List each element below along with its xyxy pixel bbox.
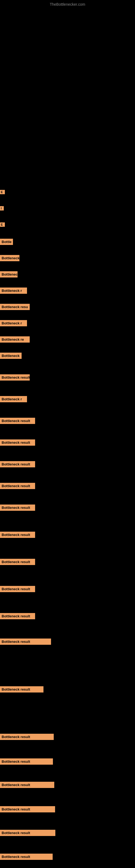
label-bottleneck-r2: Bottleneck resu xyxy=(0,304,30,310)
label-bottleneck-r5: Bottleneck result xyxy=(0,374,30,380)
label-bottleneck-r1: Bottleneck r xyxy=(0,287,27,294)
label-bottle-short: Bottle xyxy=(0,239,13,245)
label-bottleneck-full2: Bottleneck result xyxy=(0,439,35,446)
label-bottleneck-full5: Bottleneck result xyxy=(0,504,35,511)
label-bottleneck: Bottleneck xyxy=(0,255,19,261)
list-item: Bottleneck result xyxy=(0,686,43,692)
list-item: Bottleneck result xyxy=(0,758,53,765)
main-content: TheBottlenecker.com E I E Bottle Bottlen… xyxy=(0,0,135,868)
label-bottleneck-full3: Bottleneck result xyxy=(0,461,35,467)
list-item: Bottleneck result xyxy=(0,639,51,645)
label-bottleneck-full7: Bottleneck result xyxy=(0,559,35,565)
list-item: Bottleneck result xyxy=(0,734,54,740)
label-bottleneck-full1: Bottleneck result xyxy=(0,418,35,424)
label-bottleneck-r3: Bottleneck r xyxy=(0,320,27,326)
label-e2: I xyxy=(0,206,4,211)
label-bottleneck-med3: Bottleneck xyxy=(0,352,21,359)
label-bottleneck-full6: Bottleneck result xyxy=(0,532,35,538)
label-bottleneck-r4: Bottleneck re xyxy=(0,336,30,343)
label-bottleneck-full4: Bottleneck result xyxy=(0,483,35,489)
list-item: Bottleneck result xyxy=(0,830,55,836)
site-title: TheBottlenecker.com xyxy=(0,0,135,9)
label-bottleneck-r6: Bottleneck r xyxy=(0,396,27,402)
label-bottleneck-med2: Bottlenec xyxy=(0,271,17,278)
label-e3: E xyxy=(0,222,5,227)
list-item: Bottleneck result xyxy=(0,782,54,788)
label-bottleneck-full9: Bottleneck result xyxy=(0,613,35,619)
list-item: Bottleneck result xyxy=(0,806,55,812)
list-item: Bottleneck result xyxy=(0,854,53,860)
label-e1: E xyxy=(0,190,5,194)
label-bottleneck-full8: Bottleneck result xyxy=(0,586,35,592)
